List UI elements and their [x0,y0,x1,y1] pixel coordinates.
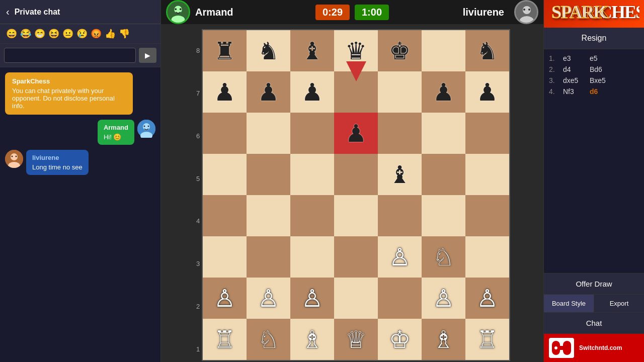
cell-f7[interactable]: ♟ [422,71,465,113]
cell-b1[interactable]: ♘ [247,319,290,360]
chat-messages: SparkChess You can chat privately with y… [0,67,160,362]
cell-g5[interactable] [465,154,509,195]
cell-f5[interactable] [422,154,465,195]
armand-text: Hi! 😊 [104,133,128,141]
cell-e3[interactable]: ♙ [378,236,422,278]
cell-b2[interactable]: ♙ [247,278,290,319]
armand-avatar [137,120,155,138]
cell-c2[interactable]: ♙ [290,278,334,319]
cell-g4[interactable] [465,195,509,236]
cell-d4[interactable] [334,195,378,236]
cell-c7[interactable]: ♟ [290,71,334,113]
move-row-4: 4. Nf3 d6 [549,87,639,96]
export-button[interactable]: Export [594,295,644,312]
cell-e8[interactable]: ♚ [378,30,422,71]
cell-e4[interactable] [378,195,422,236]
cell-g1[interactable]: ♖ [465,319,509,360]
emoji-grin[interactable]: 😁 [34,28,45,39]
cell-f4[interactable] [422,195,465,236]
emoji-joy[interactable]: 😂 [20,28,31,39]
svg-text:SPARK: SPARK [551,2,609,22]
cell-g6[interactable] [465,113,509,154]
cell-d7[interactable] [334,71,378,113]
emoji-thumbsup[interactable]: 👍 [105,28,116,39]
timer-left: 0:29 [315,5,350,20]
emoji-laugh[interactable]: 😄 [6,28,17,39]
cell-b7[interactable]: ♟ [247,71,290,113]
cell-a8[interactable]: ♜ [203,30,247,71]
cell-a4[interactable] [203,195,247,236]
cell-b4[interactable] [247,195,290,236]
cell-f6[interactable] [422,113,465,154]
liviurene-sender: liviurene [32,154,83,161]
cell-c1[interactable]: ♗ [290,319,334,360]
back-button[interactable]: ‹ [6,6,10,18]
cell-d5[interactable] [334,154,378,195]
cell-f8[interactable] [422,30,465,71]
cell-e5[interactable]: ♝ [378,154,422,195]
chess-board: 8 7 6 5 4 3 2 1 ♜ ♞ ♝ ♛ ♚ [161,24,543,362]
cell-c3[interactable] [290,236,334,278]
emoji-thumbsdown[interactable]: 👎 [119,28,130,39]
move-arrow [346,61,366,81]
armand-message: Armand Hi! 😊 [5,120,155,145]
svg-point-29 [554,346,557,349]
cell-g3[interactable] [465,236,509,278]
cell-b3[interactable] [247,236,290,278]
cell-a1[interactable]: ♖ [203,319,247,360]
cell-e1[interactable]: ♔ [378,319,422,360]
board-grid-wrapper: ♜ ♞ ♝ ♛ ♚ ♞ ♟ ♟ ♟ ♟ ♟ [202,29,510,362]
svg-point-3 [144,126,145,127]
chat-button[interactable]: Chat [544,313,644,334]
move-row-1: 1. e3 e5 [549,54,639,62]
emoji-happy[interactable]: 😆 [48,28,59,39]
board-area: Armand 0:29 1:00 liviurene 8 7 6 5 4 3 [161,0,543,362]
cell-c8[interactable]: ♝ [290,30,334,71]
player-name-left: Armand [195,7,233,18]
board-style-button[interactable]: Board Style [544,295,594,312]
cell-e6[interactable] [378,113,422,154]
emoji-angry[interactable]: 😡 [91,28,102,39]
armand-sender: Armand [104,124,128,131]
cell-c4[interactable] [290,195,334,236]
timer-right: 1:00 [355,5,389,20]
cell-a2[interactable]: ♙ [203,278,247,319]
svg-point-4 [148,126,149,127]
cell-a6[interactable] [203,113,247,154]
emoji-neutral[interactable]: 😐 [62,28,73,39]
player-avatar-left [166,0,190,24]
send-button[interactable]: ▶ [139,48,156,63]
cell-c5[interactable] [290,154,334,195]
system-message: SparkChess You can chat privately with y… [5,72,133,115]
resign-button[interactable]: Resign [544,28,644,49]
cell-g8[interactable]: ♞ [465,30,509,71]
nintendo-banner: Switchntd.com [544,334,644,362]
emoji-bar: 😄 😂 😁 😆 😐 😢 😡 👍 👎 [0,24,160,44]
cell-f3[interactable]: ♘ [422,236,465,278]
offer-draw-button[interactable]: Offer Draw [544,273,644,295]
svg-point-28 [564,345,570,351]
liviurene-message: liviurene Long time no see [5,150,155,175]
nintendo-text: Switchntd.com [579,344,622,351]
cell-a7[interactable]: ♟ [203,71,247,113]
cell-g2[interactable]: ♙ [465,278,509,319]
cell-a5[interactable] [203,154,247,195]
timer-area: 0:29 1:00 [315,5,389,20]
cell-e2[interactable] [378,278,422,319]
cell-f2[interactable]: ♙ [422,278,465,319]
cell-c6[interactable] [290,113,334,154]
cell-b5[interactable] [247,154,290,195]
cell-f1[interactable]: ♗ [422,319,465,360]
cell-b6[interactable] [247,113,290,154]
cell-e7[interactable] [378,71,422,113]
cell-a3[interactable] [203,236,247,278]
chat-input[interactable] [4,48,136,63]
cell-d6[interactable]: ♟ [334,113,378,154]
emoji-sad[interactable]: 😢 [76,28,88,39]
cell-g7[interactable]: ♟ [465,71,509,113]
cell-d3[interactable] [334,236,378,278]
cell-d1[interactable]: ♕ [334,319,378,360]
cell-d2[interactable] [334,278,378,319]
cell-b8[interactable]: ♞ [247,30,290,71]
chat-panel: ‹ Private chat 😄 😂 😁 😆 😐 😢 😡 👍 👎 ▶ Spark… [0,0,161,362]
